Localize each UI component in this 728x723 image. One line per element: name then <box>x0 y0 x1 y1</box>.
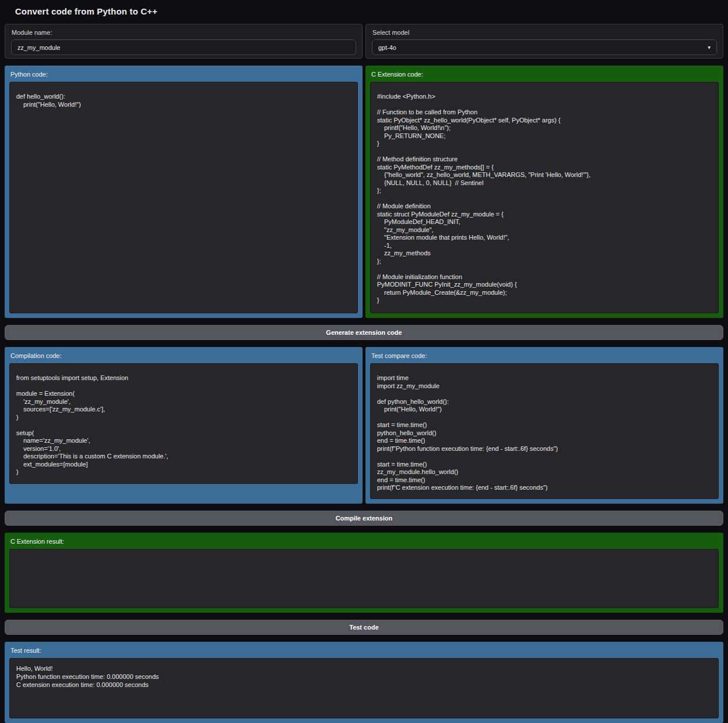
python-code-label: Python code: <box>10 71 358 78</box>
python-code-textarea[interactable]: def hello_world(): print("Hello, World!"… <box>9 82 358 313</box>
model-select-value: gpt-4o <box>378 44 396 51</box>
chevron-down-icon: ▾ <box>708 45 711 50</box>
compile-row: Compilation code: from setuptools import… <box>5 347 723 504</box>
test-compare-code-panel: Test compare code: import time import zz… <box>365 347 723 504</box>
c-extension-result-textarea[interactable] <box>9 549 719 608</box>
c-extension-code-textarea[interactable]: #include <Python.h> // Function to be ca… <box>370 82 719 313</box>
compilation-code-panel: Compilation code: from setuptools import… <box>5 347 363 504</box>
test-compare-code-textarea[interactable]: import time import zz_my_module def pyth… <box>370 363 719 499</box>
c-extension-result-label: C Extension result: <box>10 538 719 545</box>
test-result-textarea[interactable]: Hello, World! Python function execution … <box>9 658 719 718</box>
page-title: Convert code from Python to C++ <box>15 6 723 16</box>
python-code-panel: Python code: def hello_world(): print("H… <box>5 66 363 318</box>
c-extension-code-label: C Extension code: <box>371 71 719 78</box>
test-code-button[interactable]: Test code <box>5 620 723 635</box>
model-select-label: Select model <box>372 29 717 36</box>
c-extension-code-panel: C Extension code: #include <Python.h> //… <box>365 66 723 318</box>
compilation-code-textarea[interactable]: from setuptools import setup, Extension … <box>9 363 358 484</box>
module-name-label: Module name: <box>12 29 356 36</box>
compile-extension-button[interactable]: Compile extension <box>5 511 723 526</box>
app-container: Convert code from Python to C++ Module n… <box>0 0 728 723</box>
generate-extension-code-button[interactable]: Generate extension code <box>5 325 723 340</box>
compilation-code-label: Compilation code: <box>10 352 358 359</box>
model-select-dropdown[interactable]: gpt-4o ▾ <box>372 39 717 55</box>
test-result-panel: Test result: Hello, World! Python functi… <box>5 642 723 723</box>
test-result-label: Test result: <box>10 647 719 654</box>
controls-row: Module name: Select model gpt-4o ▾ <box>5 24 723 59</box>
code-row: Python code: def hello_world(): print("H… <box>5 66 723 318</box>
c-extension-result-panel: C Extension result: <box>5 533 723 613</box>
model-select-group: Select model gpt-4o ▾ <box>365 24 723 59</box>
module-name-input[interactable] <box>11 39 356 55</box>
test-compare-code-label: Test compare code: <box>371 352 719 359</box>
module-name-group: Module name: <box>5 24 363 59</box>
